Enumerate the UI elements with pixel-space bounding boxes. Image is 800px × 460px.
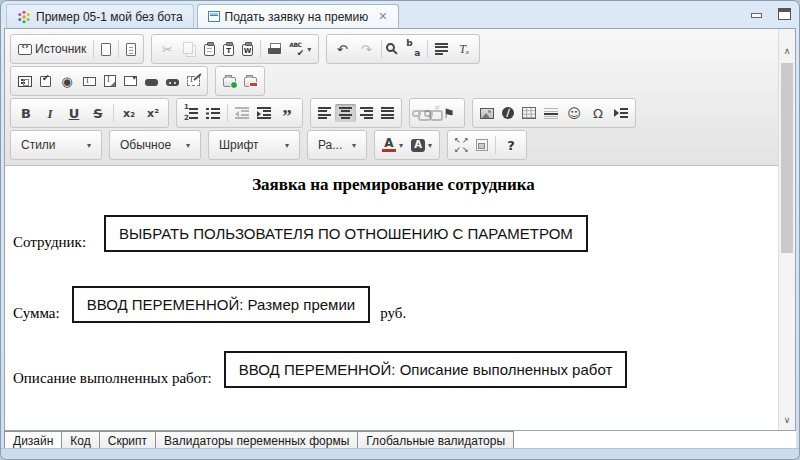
select-all-button[interactable] <box>431 40 452 59</box>
horizontal-rule-button[interactable] <box>540 104 562 122</box>
scroll-up-icon[interactable]: ∧ <box>779 43 795 59</box>
editor-toolbar: Источник✂TW▾↶↷Tₓ◉BIUSx₂x²”⚑☺ΩСтили▾Обычн… <box>5 29 778 166</box>
paste-text-overlay: T <box>224 47 233 55</box>
smiley-icon: ☺ <box>566 105 582 121</box>
horizontal-rule-icon <box>544 107 558 119</box>
undo-button[interactable]: ↶ <box>330 38 354 60</box>
close-icon[interactable]: ✕ <box>378 10 387 23</box>
form-button[interactable] <box>14 73 36 90</box>
new-page-button[interactable] <box>97 40 115 59</box>
field-label-amount: Сумма: <box>13 305 60 323</box>
show-blocks-button[interactable] <box>472 136 492 154</box>
maximize-button[interactable] <box>778 8 791 20</box>
placeholder-amount-variable[interactable]: ВВОД ПЕРЕМЕННОЙ: Размер премии <box>72 286 371 323</box>
special-char-button[interactable]: Ω <box>586 102 610 124</box>
bg-color-button[interactable]: A▾ <box>407 136 436 155</box>
checkbox-button[interactable] <box>36 73 55 90</box>
button-field-button[interactable] <box>141 73 162 89</box>
subscript-button[interactable]: x₂ <box>117 102 141 124</box>
text-color-icon: A <box>382 138 396 152</box>
tab-process-example[interactable]: Пример 05-1 мой без бота <box>6 4 194 28</box>
chevron-down-icon: ▾ <box>285 141 289 150</box>
size-combo-label: Ра... <box>318 138 342 152</box>
bulleted-list-button[interactable] <box>202 104 224 123</box>
find-button[interactable] <box>385 43 402 55</box>
flash-button[interactable] <box>498 104 518 122</box>
indent-icon <box>257 107 271 120</box>
placeholder-select-user[interactable]: ВЫБРАТЬ ПОЛЬЗОВАТЕЛЯ ПО ОТНОШЕНИЮ С ПАРА… <box>104 215 588 252</box>
scrollbar-thumb[interactable] <box>781 63 793 253</box>
indent-button[interactable] <box>253 104 275 123</box>
editor-panel: Источник✂TW▾↶↷Tₓ◉BIUSx₂x²”⚑☺ΩСтили▾Обычн… <box>4 28 796 431</box>
placeholder-description-variable[interactable]: ВВОД ПЕРЕМЕННОЙ: Описание выполненных ра… <box>224 351 628 388</box>
align-right-button[interactable] <box>356 104 377 122</box>
new-page-icon <box>101 43 111 56</box>
text-field-button[interactable] <box>79 74 100 89</box>
snippet-remove-button[interactable] <box>240 72 261 90</box>
snippet-add-icon <box>223 77 236 87</box>
select-all-icon <box>435 43 448 56</box>
textarea-button[interactable] <box>100 72 120 90</box>
about-button[interactable]: ? <box>499 134 523 156</box>
paste-text-button[interactable]: T <box>219 39 238 59</box>
maximize-icon <box>778 8 791 20</box>
smiley-button[interactable]: ☺ <box>562 102 586 124</box>
format-combo-label: Обычное <box>120 138 171 152</box>
strike-icon: S <box>90 105 106 121</box>
cut-icon: ✂ <box>159 41 175 57</box>
redo-button[interactable]: ↷ <box>354 38 378 60</box>
toolbar-group: Стили▾ <box>10 130 102 160</box>
superscript-button[interactable]: x² <box>141 102 165 124</box>
strike-button[interactable]: S <box>86 102 110 124</box>
toolbar-group: ? <box>447 130 527 160</box>
vertical-scrollbar[interactable]: ∧ ∨ <box>778 29 795 430</box>
italic-button[interactable]: I <box>38 102 62 124</box>
page-break-button[interactable] <box>610 104 632 122</box>
format-combo-button[interactable]: Обычное▾ <box>113 133 197 157</box>
radio-button-button[interactable]: ◉ <box>55 70 79 92</box>
align-left-button[interactable] <box>314 104 335 122</box>
align-center-button[interactable] <box>335 104 356 122</box>
anchor-button[interactable]: ⚑ <box>437 102 461 124</box>
snippet-add-button[interactable] <box>219 72 240 90</box>
textarea-icon <box>104 75 116 87</box>
select-field-button[interactable] <box>120 73 141 89</box>
unlink-button[interactable] <box>425 107 437 120</box>
underline-button[interactable]: U <box>62 102 86 124</box>
paste-icon <box>204 44 215 56</box>
paste-word-overlay: W <box>243 47 252 55</box>
table-button[interactable] <box>518 104 540 122</box>
spellcheck-button[interactable]: ▾ <box>285 39 315 59</box>
hidden-field-button[interactable] <box>183 73 204 89</box>
maximize-button[interactable] <box>451 136 472 155</box>
outdent-button[interactable] <box>231 104 253 123</box>
tab-submit-bonus-request[interactable]: Подать заявку на премию ✕ <box>197 4 399 28</box>
font-combo-button[interactable]: Шрифт▾ <box>212 133 296 157</box>
image-button[interactable] <box>476 105 498 122</box>
scroll-down-icon[interactable]: ∨ <box>779 412 795 428</box>
anchor-icon: ⚑ <box>441 105 457 121</box>
editor-pane: Источник✂TW▾↶↷Tₓ◉BIUSx₂x²”⚑☺ΩСтили▾Обычн… <box>5 29 778 430</box>
cut-button[interactable]: ✂ <box>155 38 179 60</box>
image-button-button[interactable] <box>162 73 183 89</box>
size-combo-button[interactable]: Ра...▾ <box>311 133 363 157</box>
print-button[interactable] <box>264 40 285 58</box>
justify-icon <box>381 107 394 119</box>
justify-button[interactable] <box>377 104 398 122</box>
paste-word-button[interactable]: W <box>238 39 257 59</box>
copy-button[interactable] <box>179 41 200 57</box>
text-color-button[interactable]: A▾ <box>378 135 407 155</box>
source-button[interactable]: Источник <box>14 39 90 59</box>
replace-button[interactable] <box>402 39 424 59</box>
editor-content[interactable]: Заявка на премирование сотрудника Сотруд… <box>5 166 778 422</box>
paste-button[interactable] <box>200 39 219 59</box>
minimize-button[interactable] <box>751 8 762 18</box>
numbered-list-button[interactable] <box>180 104 202 123</box>
styles-combo-button[interactable]: Стили▾ <box>14 133 98 157</box>
redo-icon: ↷ <box>358 41 374 57</box>
toolbar-group: Источник <box>10 34 144 64</box>
bold-button[interactable]: B <box>14 102 38 124</box>
remove-format-button[interactable]: Tₓ <box>452 38 476 60</box>
blockquote-button[interactable]: ” <box>275 102 299 124</box>
templates-button[interactable] <box>122 40 140 59</box>
